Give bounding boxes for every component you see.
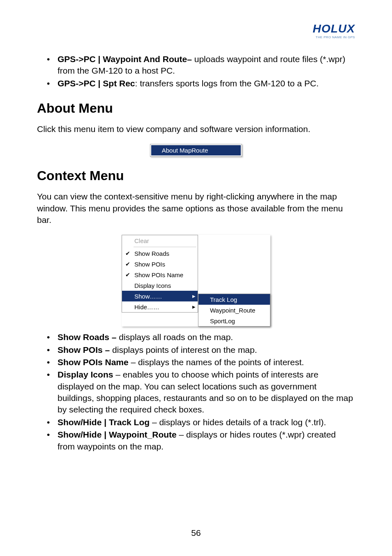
item-strong: GPS->PC | Spt Rec [58,79,135,88]
item-strong: Show/Hide | Track Log [58,417,150,427]
submenu-item-waypoint-route[interactable]: Waypoint_Route [198,305,270,315]
list-item: GPS->PC | Spt Rec: transfers sports logs… [58,78,355,89]
item-strong: Show POIs – [58,345,110,354]
list-item: GPS->PC | Waypoint And Route– uploads wa… [58,53,355,77]
context-submenu-panel: Track Log Waypoint_Route SportLog [198,294,270,327]
list-item: Show POIs – displays points of interest … [58,344,355,356]
item-rest: – displays or hides details of a track l… [150,417,326,427]
menu-item-show-submenu[interactable]: Show…… ▸ [122,291,198,301]
menu-label: Clear [134,237,198,244]
list-item: Show POIs Name – displays the names of t… [58,357,355,368]
list-item: Show/Hide | Waypoint_Route – displays or… [58,429,355,452]
list-item: Display Icons – enables you to choose wh… [58,369,355,415]
menu-item-show-pois-name[interactable]: ✔ Show POIs Name [122,269,198,280]
item-strong: Show/Hide | Waypoint_Route [58,430,177,439]
check-icon: ✔ [122,271,134,278]
brand-logo: HOLUX THE PRO NAME IN GPS [313,22,355,39]
menu-label: Show POIs [134,261,198,268]
context-menu-paragraph: You can view the context-sensitive menu … [37,191,355,226]
page-number: 56 [0,528,392,538]
menu-label: Show…… [134,293,190,300]
menu-separator [134,247,196,247]
item-strong: GPS->PC | Waypoint And Route– [58,54,192,64]
menu-item-show-roads[interactable]: ✔ Show Roads [122,248,198,259]
item-strong: Show POIs Name [58,357,129,367]
menu-item-display-icons[interactable]: Display Icons [122,280,198,291]
item-rest: displays points of interest on the map. [110,345,257,354]
brand-tagline: THE PRO NAME IN GPS [313,35,355,39]
menu-label: Display Icons [134,282,198,289]
about-menu-paragraph: Click this menu item to view company and… [37,123,355,135]
menu-label: Show Roads [134,250,198,257]
item-rest: displays all roads on the map. [117,332,233,342]
about-maproute-menu-item[interactable]: About MapRoute [151,145,241,155]
about-menu-heading: About Menu [37,101,355,116]
context-bullet-list: Show Roads – displays all roads on the m… [37,331,355,452]
submenu-item-sportlog[interactable]: SportLog [198,315,270,326]
submenu-label: SportLog [210,317,270,324]
top-bullet-list: GPS->PC | Waypoint And Route– uploads wa… [37,53,355,89]
context-menu-panel: Clear ✔ Show Roads ✔ Show POIs ✔ Show PO… [122,235,198,313]
submenu-item-track-log[interactable]: Track Log [198,294,270,305]
menu-label: Show POIs Name [134,271,198,278]
item-strong: Display Icons [58,370,113,379]
brand-name: HOLUX [313,22,355,35]
item-strong: Show Roads – [58,332,117,342]
menu-label: Hide…… [134,303,190,310]
menu-item-hide-submenu[interactable]: Hide…… ▸ [122,301,198,312]
context-menu-heading: Context Menu [37,168,355,183]
check-icon: ✔ [122,250,134,257]
check-icon: ✔ [122,261,134,267]
list-item: Show/Hide | Track Log – displays or hide… [58,417,355,428]
context-menu-screenshot: Clear ✔ Show Roads ✔ Show POIs ✔ Show PO… [122,235,270,327]
submenu-arrow-icon: ▸ [190,303,198,310]
submenu-label: Waypoint_Route [210,307,270,314]
list-item: Show Roads – displays all roads on the m… [58,331,355,343]
about-menu-screenshot: About MapRoute [150,144,242,157]
menu-item-show-pois[interactable]: ✔ Show POIs [122,259,198,269]
menu-item-clear: Clear [122,235,198,246]
submenu-arrow-icon: ▸ [190,292,198,300]
item-rest: : transfers sports logs from the GM-120 … [135,79,319,88]
item-rest: – displays the names of the points of in… [129,357,304,367]
submenu-label: Track Log [210,296,270,303]
